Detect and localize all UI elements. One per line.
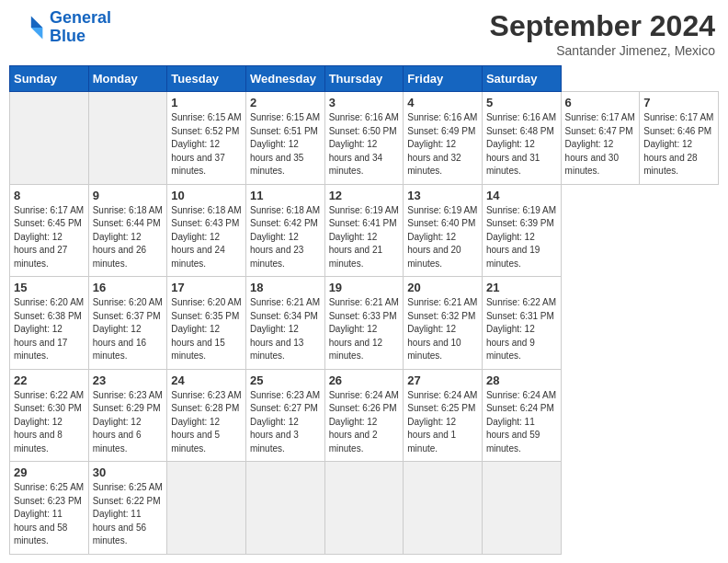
calendar-cell: 18Sunrise: 6:21 AMSunset: 6:34 PMDayligh… <box>245 277 324 370</box>
day-info: Sunrise: 6:19 AMSunset: 6:39 PMDaylight:… <box>486 204 557 271</box>
calendar-cell: 6Sunrise: 6:17 AMSunset: 6:47 PMDaylight… <box>561 92 640 185</box>
calendar-cell <box>88 92 167 185</box>
day-number: 11 <box>250 189 321 202</box>
calendar-cell: 16Sunrise: 6:20 AMSunset: 6:37 PMDayligh… <box>88 277 167 370</box>
day-info: Sunrise: 6:15 AMSunset: 6:52 PMDaylight:… <box>171 111 242 178</box>
week-row-1: 1Sunrise: 6:15 AMSunset: 6:52 PMDaylight… <box>10 92 719 185</box>
calendar-cell <box>482 462 561 555</box>
calendar-cell: 24Sunrise: 6:23 AMSunset: 6:28 PMDayligh… <box>167 369 246 462</box>
calendar-cell: 14Sunrise: 6:19 AMSunset: 6:39 PMDayligh… <box>482 184 561 277</box>
weekday-header-tuesday: Tuesday <box>167 66 246 92</box>
calendar-cell: 9Sunrise: 6:18 AMSunset: 6:44 PMDaylight… <box>88 184 167 277</box>
day-number: 23 <box>93 373 164 387</box>
calendar-cell: 2Sunrise: 6:15 AMSunset: 6:51 PMDaylight… <box>245 92 324 185</box>
day-number: 29 <box>14 465 85 479</box>
calendar-cell <box>404 462 483 555</box>
day-info: Sunrise: 6:17 AMSunset: 6:47 PMDaylight:… <box>565 111 636 178</box>
day-number: 18 <box>250 281 321 294</box>
weekday-header-monday: Monday <box>88 66 167 92</box>
day-info: Sunrise: 6:23 AMSunset: 6:29 PMDaylight:… <box>93 389 164 456</box>
week-row-2: 8Sunrise: 6:17 AMSunset: 6:45 PMDaylight… <box>10 184 719 277</box>
day-number: 10 <box>171 189 242 202</box>
day-number: 2 <box>250 96 321 109</box>
weekday-header-sunday: Sunday <box>10 66 89 92</box>
day-info: Sunrise: 6:24 AMSunset: 6:24 PMDaylight:… <box>486 389 557 456</box>
day-info: Sunrise: 6:24 AMSunset: 6:25 PMDaylight:… <box>407 389 478 456</box>
calendar-table: SundayMondayTuesdayWednesdayThursdayFrid… <box>9 65 719 555</box>
calendar-cell: 19Sunrise: 6:21 AMSunset: 6:33 PMDayligh… <box>324 277 404 370</box>
day-number: 13 <box>407 189 478 202</box>
logo-line1: General <box>50 8 111 27</box>
day-info: Sunrise: 6:17 AMSunset: 6:46 PMDaylight:… <box>643 111 714 178</box>
calendar-cell: 25Sunrise: 6:23 AMSunset: 6:27 PMDayligh… <box>245 369 324 462</box>
calendar-cell: 1Sunrise: 6:15 AMSunset: 6:52 PMDaylight… <box>167 92 246 185</box>
day-info: Sunrise: 6:20 AMSunset: 6:35 PMDaylight:… <box>171 296 242 363</box>
day-info: Sunrise: 6:18 AMSunset: 6:42 PMDaylight:… <box>250 204 321 271</box>
day-info: Sunrise: 6:17 AMSunset: 6:45 PMDaylight:… <box>14 204 85 271</box>
calendar-cell: 23Sunrise: 6:23 AMSunset: 6:29 PMDayligh… <box>88 369 167 462</box>
day-number: 3 <box>329 96 400 109</box>
calendar-cell <box>167 462 246 555</box>
calendar-cell: 11Sunrise: 6:18 AMSunset: 6:42 PMDayligh… <box>245 184 324 277</box>
day-info: Sunrise: 6:23 AMSunset: 6:27 PMDaylight:… <box>250 389 321 456</box>
day-info: Sunrise: 6:21 AMSunset: 6:32 PMDaylight:… <box>407 296 478 363</box>
day-number: 5 <box>486 96 557 109</box>
calendar-cell <box>10 92 89 185</box>
day-number: 19 <box>329 281 400 294</box>
day-number: 28 <box>486 373 557 387</box>
logo-icon <box>13 11 46 44</box>
calendar-cell: 10Sunrise: 6:18 AMSunset: 6:43 PMDayligh… <box>167 184 246 277</box>
day-number: 14 <box>486 189 557 202</box>
day-info: Sunrise: 6:16 AMSunset: 6:48 PMDaylight:… <box>486 111 557 178</box>
day-info: Sunrise: 6:22 AMSunset: 6:30 PMDaylight:… <box>14 389 85 456</box>
calendar-cell: 13Sunrise: 6:19 AMSunset: 6:40 PMDayligh… <box>404 184 483 277</box>
title-block: September 2024 Santander Jimenez, Mexico <box>490 9 715 58</box>
calendar-cell: 30Sunrise: 6:25 AMSunset: 6:22 PMDayligh… <box>88 462 167 555</box>
day-number: 15 <box>14 281 85 294</box>
day-number: 8 <box>14 189 85 202</box>
day-number: 25 <box>250 373 321 387</box>
day-number: 27 <box>407 373 478 387</box>
calendar-cell: 7Sunrise: 6:17 AMSunset: 6:46 PMDaylight… <box>640 92 719 185</box>
weekday-header-row: SundayMondayTuesdayWednesdayThursdayFrid… <box>10 66 719 92</box>
day-number: 30 <box>93 465 164 479</box>
day-info: Sunrise: 6:25 AMSunset: 6:23 PMDaylight:… <box>14 481 85 548</box>
calendar-cell: 29Sunrise: 6:25 AMSunset: 6:23 PMDayligh… <box>10 462 89 555</box>
calendar-cell: 3Sunrise: 6:16 AMSunset: 6:50 PMDaylight… <box>324 92 404 185</box>
calendar-cell: 5Sunrise: 6:16 AMSunset: 6:48 PMDaylight… <box>482 92 561 185</box>
weekday-header-thursday: Thursday <box>324 66 404 92</box>
weekday-header-saturday: Saturday <box>482 66 561 92</box>
day-info: Sunrise: 6:23 AMSunset: 6:28 PMDaylight:… <box>171 389 242 456</box>
day-info: Sunrise: 6:19 AMSunset: 6:40 PMDaylight:… <box>407 204 478 271</box>
calendar-cell: 27Sunrise: 6:24 AMSunset: 6:25 PMDayligh… <box>404 369 483 462</box>
weekday-header-friday: Friday <box>404 66 483 92</box>
day-number: 17 <box>171 281 242 294</box>
day-number: 24 <box>171 373 242 387</box>
calendar-cell: 26Sunrise: 6:24 AMSunset: 6:26 PMDayligh… <box>324 369 404 462</box>
page-header: General Blue September 2024 Santander Ji… <box>9 9 719 58</box>
calendar-cell: 15Sunrise: 6:20 AMSunset: 6:38 PMDayligh… <box>10 277 89 370</box>
day-info: Sunrise: 6:15 AMSunset: 6:51 PMDaylight:… <box>250 111 321 178</box>
day-info: Sunrise: 6:21 AMSunset: 6:33 PMDaylight:… <box>329 296 400 363</box>
calendar-cell <box>324 462 404 555</box>
weekday-header-wednesday: Wednesday <box>245 66 324 92</box>
calendar-cell: 8Sunrise: 6:17 AMSunset: 6:45 PMDaylight… <box>10 184 89 277</box>
calendar-cell: 20Sunrise: 6:21 AMSunset: 6:32 PMDayligh… <box>404 277 483 370</box>
day-info: Sunrise: 6:22 AMSunset: 6:31 PMDaylight:… <box>486 296 557 363</box>
logo-text: General Blue <box>50 9 111 46</box>
day-info: Sunrise: 6:18 AMSunset: 6:43 PMDaylight:… <box>171 204 242 271</box>
week-row-4: 22Sunrise: 6:22 AMSunset: 6:30 PMDayligh… <box>10 369 719 462</box>
day-info: Sunrise: 6:18 AMSunset: 6:44 PMDaylight:… <box>93 204 164 271</box>
day-info: Sunrise: 6:25 AMSunset: 6:22 PMDaylight:… <box>93 481 164 548</box>
calendar-cell <box>245 462 324 555</box>
logo-line2: Blue <box>50 27 85 45</box>
calendar-cell: 17Sunrise: 6:20 AMSunset: 6:35 PMDayligh… <box>167 277 246 370</box>
day-number: 1 <box>171 96 242 109</box>
day-number: 6 <box>565 96 636 109</box>
month-title: September 2024 <box>490 9 715 43</box>
calendar-cell: 21Sunrise: 6:22 AMSunset: 6:31 PMDayligh… <box>482 277 561 370</box>
day-info: Sunrise: 6:16 AMSunset: 6:49 PMDaylight:… <box>407 111 478 178</box>
week-row-5: 29Sunrise: 6:25 AMSunset: 6:23 PMDayligh… <box>10 462 719 555</box>
day-number: 4 <box>407 96 478 109</box>
day-number: 9 <box>93 189 164 202</box>
